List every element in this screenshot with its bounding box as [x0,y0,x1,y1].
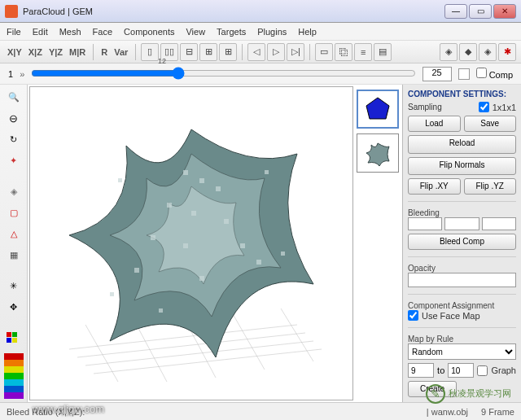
next-frame-icon[interactable]: ▷| [287,43,304,61]
svg-rect-1 [12,332,17,337]
svg-rect-2 [7,338,11,343]
title-bar: ParaCloud | GEM — ▭ ✕ [0,0,521,23]
flip-xy-button[interactable]: Flip .XY [408,178,461,195]
svg-rect-24 [256,260,261,265]
play-icon[interactable]: ▷ [267,43,285,61]
range-to[interactable] [448,363,474,378]
rotate-icon[interactable]: ↻ [4,130,24,148]
stack-icon[interactable]: ▤ [374,43,392,61]
menu-plugins[interactable]: Plugins [257,27,287,37]
svg-line-11 [232,313,265,370]
page-icon[interactable]: ▭ [315,43,333,61]
grid-icon[interactable]: ▦ [4,246,24,264]
svg-line-4 [85,341,313,365]
slider-min: 1 [8,69,13,79]
svg-rect-20 [183,243,188,248]
opacity-field[interactable] [408,273,516,287]
svg-rect-17 [191,211,196,216]
layout-1-icon[interactable]: ▯ [141,43,159,61]
range-from[interactable] [408,363,434,378]
svg-rect-16 [167,203,172,208]
axis-yz[interactable]: Y|Z [49,47,63,57]
tool-r[interactable]: R [101,47,107,57]
viewport[interactable] [29,86,353,400]
thumbnail-panel [355,85,402,402]
menu-face[interactable]: Face [93,27,112,37]
svg-rect-27 [281,252,285,256]
flip-yz-button[interactable]: Flip .YZ [464,178,517,195]
app-icon [5,5,18,18]
graph-checkbox[interactable]: Graph [477,365,516,376]
close-button[interactable]: ✕ [493,4,516,19]
use-face-map-checkbox[interactable]: Use Face Map [408,310,516,321]
menu-file[interactable]: File [7,27,21,37]
minimize-button[interactable]: — [444,4,467,19]
swatch-picker-icon[interactable] [4,329,24,347]
zoom-out-icon[interactable]: ⊖ [4,109,24,127]
menu-targets[interactable]: Targets [217,27,246,37]
layout-3-icon[interactable]: ⊞ [199,43,217,61]
color-swatches[interactable] [4,353,24,399]
bleed-x[interactable] [408,217,442,230]
layout-2h-icon[interactable]: ⊟ [180,43,198,61]
comp-checkbox[interactable]: Comp [476,68,513,80]
target-icon[interactable]: ✥ [4,298,24,316]
svg-rect-26 [265,170,269,174]
star-icon[interactable]: ✳ [4,277,24,295]
copy-icon[interactable]: ⿻ [335,43,352,61]
bleeding-label: Bleeding [408,208,516,217]
zoom-in-icon[interactable]: 🔍 [4,88,24,106]
menu-mesh[interactable]: Mesh [59,27,81,37]
thumbnail-component[interactable] [357,90,399,129]
save-button[interactable]: Save [464,116,517,132]
svg-rect-19 [151,235,155,240]
menu-view[interactable]: View [186,27,205,37]
tool-var[interactable]: Var [114,47,128,57]
svg-rect-15 [216,186,221,191]
axis-mr[interactable]: M|R [69,47,85,57]
cube-solid-icon[interactable]: ◆ [459,43,477,61]
maximize-button[interactable]: ▭ [469,4,492,19]
status-frame: 9 Frame [481,407,514,417]
load-button[interactable]: Load [408,116,461,132]
axis-xy[interactable]: X|Y [7,47,22,57]
layout-4-icon[interactable]: ⊞ [219,43,237,61]
rule-select[interactable]: Random [408,343,516,360]
menu-components[interactable]: Components [124,27,174,37]
square-icon[interactable]: ▢ [4,203,24,221]
step-button[interactable] [458,68,470,80]
bleed-y[interactable] [444,217,479,230]
bleed-comp-button[interactable]: Bleed Comp [408,234,516,250]
svg-rect-21 [240,243,245,248]
cube-wire-icon[interactable]: ◈ [440,43,458,61]
slider-field[interactable]: 25 [422,67,452,81]
thumbnail-mesh[interactable] [357,133,399,173]
svg-line-9 [134,321,167,382]
sampling-label: Sampling [408,103,442,112]
cube-icon[interactable]: ◈ [4,182,24,200]
slider-value-label: 12 [158,57,166,65]
menu-edit[interactable]: Edit [33,27,48,37]
axis-xz[interactable]: X|Z [28,47,42,57]
svg-rect-0 [7,332,11,337]
map-by-rule-label: Map by Rule [408,335,516,343]
create-button[interactable]: Create [408,381,457,397]
comp-assign-label: Component Assignment [408,301,516,310]
svg-rect-3 [12,338,17,343]
frame-slider-bar: 1 » 12 25 Comp [0,63,521,85]
main-toolbar: X|Y X|Z Y|Z M|R R Var ▯ ▯▯ ⊟ ⊞ ⊞ ◁ ▷ ▷| … [0,41,521,63]
left-toolbar: 🔍 ⊖ ↻ ✦ ◈ ▢ △ ▦ ✳ ✥ [0,85,28,402]
triangle-icon[interactable]: △ [4,225,24,243]
frame-slider[interactable] [31,67,415,80]
flip-normals-button[interactable]: Flip Normals [408,157,516,176]
cube-red-icon[interactable]: ✱ [498,43,516,61]
settings-panel: COMPONENT SETTINGS: Sampling 1x1x1 Load … [402,85,521,402]
bleed-z[interactable] [482,217,516,230]
cube-shade-icon[interactable]: ◈ [479,43,497,61]
prev-frame-icon[interactable]: ◁ [247,43,265,61]
pan-icon[interactable]: ✦ [4,151,24,169]
menu-help[interactable]: Help [298,27,317,37]
sampling-checkbox[interactable]: 1x1x1 [479,102,516,112]
reload-button[interactable]: Reload [408,135,516,154]
layers-icon[interactable]: ≡ [354,43,372,61]
